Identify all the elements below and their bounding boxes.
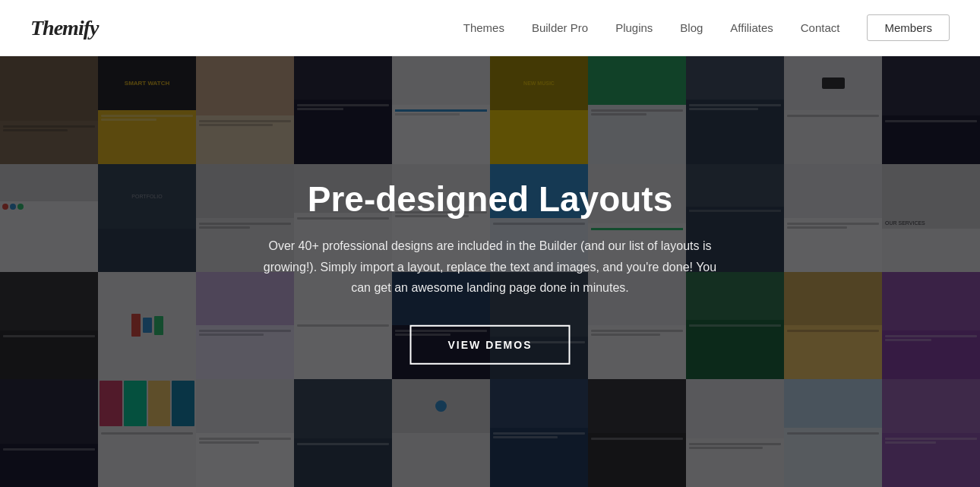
hero-subtitle: Over 40+ professional designs are includ… xyxy=(261,236,720,298)
nav-themes[interactable]: Themes xyxy=(463,21,504,34)
main-nav: Themes Builder Pro Plugins Blog Affiliat… xyxy=(463,14,950,41)
members-button[interactable]: Members xyxy=(867,14,950,41)
nav-blog[interactable]: Blog xyxy=(680,21,703,34)
hero-content: Pre-designed Layouts Over 40+ profession… xyxy=(245,179,735,364)
nav-affiliates[interactable]: Affiliates xyxy=(730,21,773,34)
nav-contact[interactable]: Contact xyxy=(801,21,840,34)
view-demos-button[interactable]: VIEW DEMOS xyxy=(409,325,570,365)
nav-plugins[interactable]: Plugins xyxy=(615,21,653,34)
hero-section: SMART WATCH NEW MUSIC PORTFOLIO OUR SERV… xyxy=(0,56,980,487)
site-logo[interactable]: Themify xyxy=(30,16,98,40)
nav-builder-pro[interactable]: Builder Pro xyxy=(532,21,588,34)
site-header: Themify Themes Builder Pro Plugins Blog … xyxy=(0,0,980,56)
hero-title: Pre-designed Layouts xyxy=(261,179,720,219)
